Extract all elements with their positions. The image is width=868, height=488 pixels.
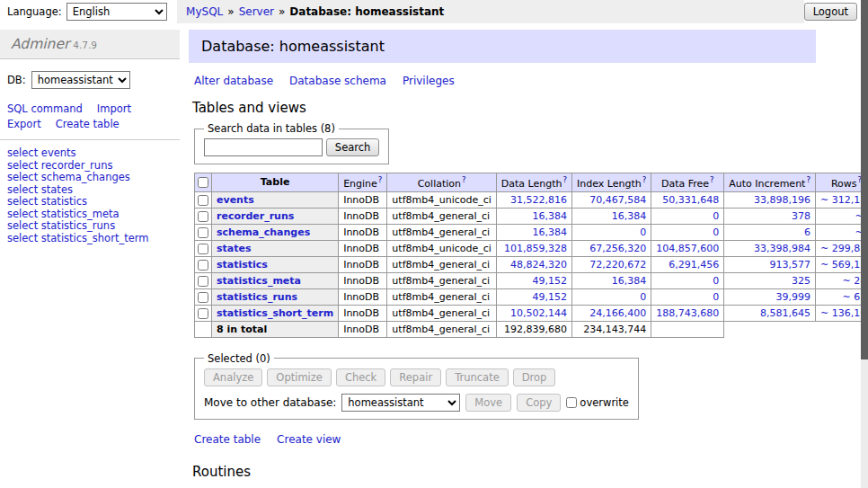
sidebar-table-link[interactable]: select statistics_runs (7, 220, 173, 233)
overwrite-checkbox[interactable] (566, 397, 577, 408)
row-checkbox[interactable] (198, 195, 208, 206)
repair-button[interactable]: Repair (390, 368, 441, 386)
data-length-cell: 31,522,816 (496, 191, 571, 208)
sidebar-table-link[interactable]: select events (7, 147, 173, 160)
row-checkbox[interactable] (198, 244, 208, 254)
help-link[interactable]: ? (563, 175, 568, 184)
row-checkbox[interactable] (198, 276, 208, 287)
breadcrumb-mysql-link[interactable]: MySQL (186, 5, 223, 18)
row-checkbox[interactable] (198, 292, 208, 303)
data-length-link[interactable]: 101,859,328 (504, 243, 567, 254)
table-name-link[interactable]: events (217, 194, 254, 206)
analyze-button[interactable]: Analyze (204, 368, 262, 386)
move-button[interactable]: Move (465, 394, 511, 412)
data-free-link[interactable]: 104,857,600 (656, 243, 719, 254)
row-checkbox[interactable] (198, 260, 208, 271)
data-length-link[interactable]: 10,502,144 (510, 307, 567, 319)
optimize-button[interactable]: Optimize (267, 368, 332, 386)
drop-button[interactable]: Drop (513, 368, 556, 386)
auto-increment-link[interactable]: 8,581,645 (760, 307, 810, 319)
sidebar-action-link[interactable]: Import (97, 102, 131, 115)
help-link[interactable]: ? (378, 175, 383, 184)
table-name-link[interactable]: recorder_runs (217, 210, 294, 222)
app-name-link[interactable]: Adminer (11, 36, 69, 52)
table-row: schema_changesInnoDButf8mb4_general_ci16… (195, 224, 868, 240)
search-input[interactable] (204, 138, 323, 156)
help-link[interactable]: ? (642, 175, 647, 184)
sidebar-table-link[interactable]: select schema_changes (7, 172, 173, 184)
row-checkbox[interactable] (198, 211, 208, 222)
truncate-button[interactable]: Truncate (446, 368, 509, 386)
table-name-link[interactable]: statistics_runs (217, 291, 297, 303)
sidebar-table-link[interactable]: select recorder_runs (7, 160, 173, 173)
auto-increment-link[interactable]: 378 (792, 210, 810, 222)
data-free-link[interactable]: 0 (713, 275, 719, 287)
scrollbar[interactable] (861, 0, 868, 488)
sidebar-table-link[interactable]: select states (7, 184, 173, 197)
auto-increment-link[interactable]: 325 (792, 275, 810, 287)
db-select[interactable]: homeassistant (31, 71, 130, 89)
db-nav-link[interactable]: Alter database (194, 75, 273, 87)
data-length-link[interactable]: 49,152 (533, 275, 568, 287)
data-length-link[interactable]: 16,384 (533, 226, 568, 238)
table-row: statistics_metaInnoDButf8mb4_general_ci4… (195, 272, 868, 288)
help-link[interactable]: ? (806, 175, 810, 184)
auto-increment-link[interactable]: 33,398,984 (754, 243, 810, 254)
breadcrumb-server-link[interactable]: Server (239, 5, 274, 18)
collation-cell: utf8mb4_general_ci (387, 305, 496, 321)
help-link[interactable]: ? (710, 175, 714, 184)
move-db-select[interactable]: homeassistant (341, 394, 460, 412)
data-length-link[interactable]: 49,152 (533, 291, 568, 303)
table-name-link[interactable]: states (217, 243, 252, 254)
data-free-link[interactable]: 0 (713, 226, 719, 238)
data-length-link[interactable]: 16,384 (533, 210, 568, 222)
row-checkbox[interactable] (198, 308, 208, 319)
help-link[interactable]: ? (462, 175, 466, 184)
index-length-link[interactable]: 70,467,584 (589, 194, 646, 206)
sidebar-action-link[interactable]: Export (7, 118, 41, 130)
table-name-link[interactable]: schema_changes (217, 226, 310, 238)
create-link[interactable]: Create view (277, 433, 341, 446)
db-nav-link[interactable]: Privileges (403, 75, 455, 87)
index-length-link[interactable]: 24,166,400 (589, 307, 646, 319)
auto-increment-link[interactable]: 913,577 (769, 259, 810, 271)
data-free-link[interactable]: 6,291,456 (669, 259, 719, 271)
auto-increment-link[interactable]: 39,999 (775, 291, 810, 303)
sidebar-action-link[interactable]: SQL command (7, 102, 83, 115)
table-name-link[interactable]: statistics_meta (217, 275, 301, 287)
index-length-link[interactable]: 72,220,672 (589, 259, 646, 271)
data-free-link[interactable]: 0 (713, 210, 719, 222)
auto-increment-link[interactable]: 6 (804, 226, 810, 238)
copy-button[interactable]: Copy (517, 394, 561, 412)
db-nav-link[interactable]: Database schema (289, 75, 386, 87)
index-length-link[interactable]: 0 (640, 291, 646, 303)
index-length-link[interactable]: 16,384 (612, 210, 647, 222)
sidebar-table-link[interactable]: select statistics_short_term (7, 233, 173, 245)
data-free-cell: 0 (651, 288, 724, 305)
language-select[interactable]: English (66, 3, 167, 21)
index-length-link[interactable]: 0 (640, 226, 646, 238)
table-row: statistics_runsInnoDButf8mb4_general_ci4… (195, 288, 868, 305)
sidebar-table-link[interactable]: select statistics (7, 196, 173, 209)
index-length-link[interactable]: 67,256,320 (589, 243, 646, 254)
data-length-link[interactable]: 31,522,816 (510, 194, 567, 206)
row-checkbox[interactable] (198, 227, 208, 238)
data-length-link[interactable]: 48,824,320 (510, 259, 567, 271)
data-free-link[interactable]: 0 (713, 291, 719, 303)
scrollbar-thumb[interactable] (861, 0, 868, 359)
table-name-link[interactable]: statistics_short_term (217, 307, 333, 319)
data-free-link[interactable]: 50,331,648 (662, 194, 719, 206)
sidebar-table-link[interactable]: select statistics_meta (7, 209, 173, 221)
select-all-checkbox[interactable] (198, 177, 208, 188)
create-link[interactable]: Create table (194, 433, 261, 446)
auto-increment-cell: 39,999 (724, 288, 816, 305)
table-name-link[interactable]: statistics (217, 259, 268, 271)
data-free-link[interactable]: 188,743,680 (656, 307, 719, 319)
check-button[interactable]: Check (336, 368, 385, 386)
auto-increment-link[interactable]: 33,898,196 (754, 194, 810, 206)
data-length-cell: 48,824,320 (496, 256, 571, 272)
sidebar-action-link[interactable]: Create table (56, 118, 120, 130)
index-length-link[interactable]: 16,384 (612, 275, 647, 287)
search-button[interactable]: Search (326, 138, 380, 156)
logout-button[interactable]: Logout (804, 3, 857, 21)
